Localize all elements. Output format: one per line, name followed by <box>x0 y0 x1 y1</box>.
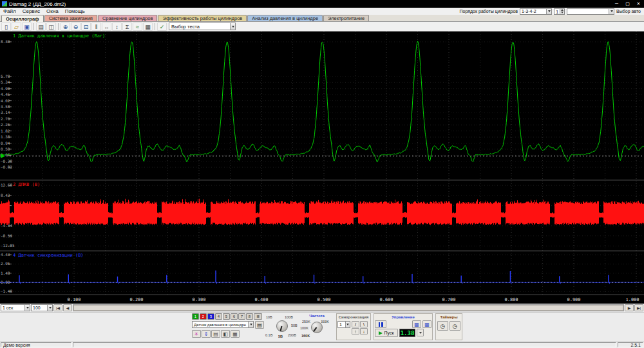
menu-item-2[interactable]: Сервис <box>19 8 43 15</box>
channel-3-button[interactable]: 3 <box>207 313 214 320</box>
voltage-knob-label[interactable]: 10B <box>266 315 272 319</box>
sum-icon[interactable]: Σ <box>122 23 132 31</box>
sync-level-down-button[interactable]: ↓ <box>360 328 368 334</box>
channel-1-button[interactable]: 1 <box>192 313 199 320</box>
signal-select[interactable]: Датчик давления в цилиндре <box>192 321 254 328</box>
measure-horizontal-icon[interactable]: ↔ <box>102 23 111 31</box>
close-button[interactable]: ✕ <box>633 0 644 8</box>
channel-8-button[interactable]: 8 <box>246 313 253 320</box>
tab-6[interactable]: Электропитание <box>323 15 369 21</box>
sync-rising-edge-button[interactable]: / <box>352 321 359 327</box>
channel-layout-button[interactable]: ≣ <box>254 313 262 320</box>
sync-channel-select[interactable]: 1 <box>337 321 350 328</box>
sync-level-up-button[interactable]: ↑ <box>352 328 359 334</box>
svg-text:-0.38: -0.38 <box>1 159 12 163</box>
frequency-knob-label[interactable]: 250K <box>302 320 310 324</box>
cursors-icon[interactable]: ‖ <box>91 23 101 31</box>
display-options-button[interactable] <box>417 329 424 336</box>
frequency-knob-label[interactable]: 333K <box>321 320 329 324</box>
oscilloscope-plot[interactable]: 8.305.785.344.904.464.023.583.142.702.26… <box>0 32 644 304</box>
status-message-cell <box>73 342 616 347</box>
print-button[interactable]: ▤ <box>255 321 264 329</box>
cylinder-number-stepper[interactable]: 1 <box>554 8 565 15</box>
new-file-icon[interactable]: ▯ <box>1 23 11 31</box>
timer1-button[interactable]: ◷ <box>437 321 448 331</box>
tab-5[interactable]: Анализ давления в цилиндре <box>247 15 323 21</box>
stepper-arrows[interactable] <box>560 9 564 14</box>
chevron-down-icon <box>609 9 614 14</box>
clock-icon: ◷ <box>453 323 458 329</box>
sync-group: Синхронизация 1 /\↑↓ <box>336 313 371 340</box>
zoom-in-icon[interactable]: ⊕ <box>61 23 70 31</box>
open-file-icon[interactable]: ▱ <box>12 23 21 31</box>
sync-falling-edge-button[interactable]: \ <box>360 321 368 327</box>
start-button[interactable]: Пуск <box>375 329 398 337</box>
scroll-right-button[interactable]: ▶ <box>625 304 634 311</box>
split-view-button[interactable]: ◧ <box>221 330 230 338</box>
minimize-button[interactable]: ─ <box>611 0 622 8</box>
pause-icon <box>381 322 383 327</box>
frequency-knob[interactable] <box>311 322 323 333</box>
timer2-button[interactable]: ◷ <box>450 321 460 331</box>
sync-title: Синхронизация <box>337 315 370 320</box>
channel-6-button[interactable]: 6 <box>231 313 238 320</box>
vehicle-select[interactable] <box>567 8 614 15</box>
frequency-knob-label[interactable]: 160K <box>301 334 310 338</box>
zoom-out-icon[interactable]: ⊖ <box>71 23 80 31</box>
window-layout-alt-button[interactable]: ▦ <box>422 320 431 328</box>
voltage-knob-label[interactable]: 5B <box>278 334 283 338</box>
window-layout-button[interactable]: ▦ <box>412 320 421 328</box>
svg-text:0.600: 0.600 <box>379 297 393 302</box>
maximize-button[interactable]: ▢ <box>622 0 633 8</box>
svg-text:4.46: 4.46 <box>1 92 10 96</box>
tab-4[interactable]: Эффективность работы цилиндров <box>158 15 247 21</box>
control-panel: 12345678≣ Датчик давления в цилиндре ▤ ✳… <box>0 313 644 342</box>
voltage-knob-label[interactable]: 100B <box>285 315 293 319</box>
run-title: Управление <box>375 315 431 320</box>
frequency-knob-label[interactable]: 100K <box>300 326 308 330</box>
svg-text:0.00: 0.00 <box>1 280 10 284</box>
scroll-home-button[interactable]: |◀ <box>53 304 62 311</box>
frequency-group: Частота 250K333K100K160K <box>300 313 334 340</box>
copy-icon[interactable]: ◫ <box>46 23 56 31</box>
channel-7-button[interactable]: 7 <box>238 313 245 320</box>
vertical-arrows-button[interactable]: ⇕ <box>202 330 211 338</box>
scroll-end-button[interactable]: ▶| <box>634 304 643 311</box>
voltage-knob-label[interactable]: 200B <box>288 333 296 337</box>
test-select[interactable]: Выбор теста <box>169 23 236 30</box>
tab-2[interactable]: Система зажигания <box>44 15 97 21</box>
cylinder-order-select[interactable]: 1-3-4-2 <box>520 8 552 15</box>
scroll-left-button[interactable]: ◀ <box>63 304 72 311</box>
time-scroll-row: 1 сек 100 |◀◀ ▶▶| <box>0 304 644 313</box>
toolbar-separator <box>33 23 34 30</box>
grid-view-button[interactable]: ▦ <box>231 330 240 338</box>
percent-select[interactable]: 100 <box>31 304 53 311</box>
voltage-knob-label[interactable]: 0.1B <box>265 333 272 337</box>
channel-4-button[interactable]: 4 <box>215 313 222 320</box>
settings-flower-button[interactable]: ✳ <box>192 330 201 338</box>
zoom-fit-icon[interactable]: ⊡ <box>81 23 91 31</box>
titlebar: Diamag 2 (ДД_206.dm2) ─ ▢ ✕ <box>0 0 644 8</box>
timebase-select[interactable]: 1 сек <box>1 304 30 311</box>
voltage-knob-label[interactable]: 50B <box>291 324 298 327</box>
start-button-label: Пуск <box>384 331 393 335</box>
grid-toggle-icon[interactable]: ▦ <box>143 23 153 31</box>
save-file-icon[interactable]: ▣ <box>22 23 32 31</box>
tab-1[interactable]: Осциллограф <box>1 15 44 22</box>
menu-item-4[interactable]: Помощь <box>62 8 88 15</box>
tab-3[interactable]: Сравнение цилиндров <box>98 15 158 21</box>
list-button[interactable]: ▤ <box>211 330 220 338</box>
test-check-icon[interactable]: ✓ <box>157 23 167 31</box>
measure-vertical-icon[interactable]: ↕ <box>112 23 122 31</box>
channel-5-button[interactable]: 5 <box>223 313 230 320</box>
horizontal-scrollbar[interactable] <box>73 304 624 311</box>
scrollbar-thumb[interactable] <box>73 305 623 311</box>
menu-item-1[interactable]: Файл <box>0 8 19 15</box>
menu-item-3[interactable]: Окна <box>43 8 62 15</box>
wave-icon[interactable]: ≈ <box>133 23 142 31</box>
pause-button[interactable] <box>375 320 386 328</box>
channel-2-button[interactable]: 2 <box>200 313 207 320</box>
voltage-knob[interactable] <box>276 320 288 332</box>
print-icon[interactable]: ▤ <box>36 23 46 31</box>
oscilloscope-area[interactable]: 8.305.785.344.904.464.023.583.142.702.26… <box>0 32 644 304</box>
